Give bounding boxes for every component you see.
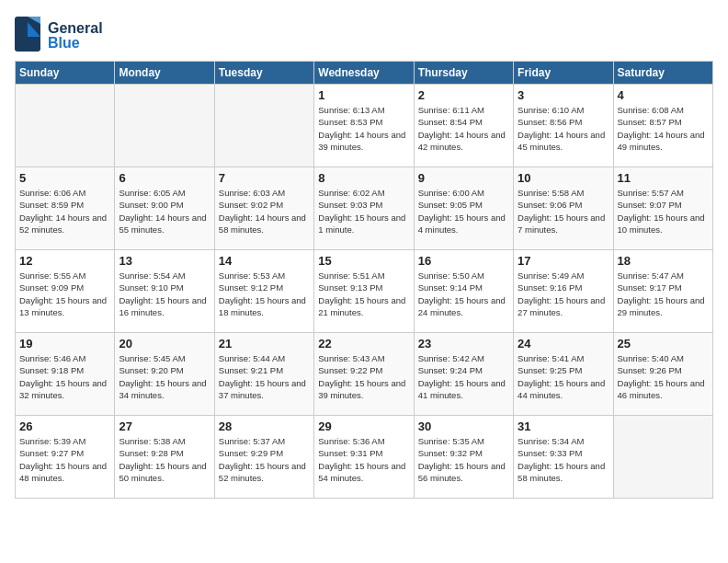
day-number: 21 <box>219 337 310 350</box>
day-number: 6 <box>119 171 210 185</box>
cell-info: Sunrise: 6:05 AMSunset: 9:00 PMDaylight:… <box>119 187 210 236</box>
cell-info: Sunrise: 6:03 AMSunset: 9:02 PMDaylight:… <box>219 187 310 236</box>
weekday-header-friday: Friday <box>514 62 613 85</box>
calendar-cell: 24Sunrise: 5:41 AMSunset: 9:25 PMDayligh… <box>514 333 613 416</box>
page-header: General Blue <box>15 15 713 53</box>
cell-info: Sunrise: 5:53 AMSunset: 9:12 PMDaylight:… <box>219 270 310 318</box>
cell-info: Sunrise: 5:37 AMSunset: 9:29 PMDaylight:… <box>219 435 310 484</box>
calendar-cell: 14Sunrise: 5:53 AMSunset: 9:12 PMDayligh… <box>214 250 313 333</box>
day-number: 19 <box>19 337 110 350</box>
calendar-cell: 15Sunrise: 5:51 AMSunset: 9:13 PMDayligh… <box>314 250 414 333</box>
calendar-cell: 1Sunrise: 6:13 AMSunset: 8:53 PMDaylight… <box>314 85 414 167</box>
day-number: 11 <box>618 171 709 185</box>
weekday-header-thursday: Thursday <box>414 62 513 85</box>
cell-info: Sunrise: 5:49 AMSunset: 9:16 PMDaylight:… <box>518 270 609 318</box>
day-number: 30 <box>418 419 509 433</box>
weekday-header-row: SundayMondayTuesdayWednesdayThursdayFrid… <box>16 62 713 85</box>
week-row-3: 12Sunrise: 5:55 AMSunset: 9:09 PMDayligh… <box>16 250 713 333</box>
day-number: 13 <box>119 254 210 268</box>
calendar-cell: 27Sunrise: 5:38 AMSunset: 9:28 PMDayligh… <box>115 416 214 499</box>
cell-info: Sunrise: 5:36 AMSunset: 9:31 PMDaylight:… <box>318 435 409 484</box>
calendar-cell: 20Sunrise: 5:45 AMSunset: 9:20 PMDayligh… <box>115 333 214 416</box>
day-number: 24 <box>518 337 609 350</box>
cell-info: Sunrise: 5:46 AMSunset: 9:18 PMDaylight:… <box>19 352 110 401</box>
cell-info: Sunrise: 5:47 AMSunset: 9:17 PMDaylight:… <box>618 270 709 318</box>
calendar-cell: 25Sunrise: 5:40 AMSunset: 9:26 PMDayligh… <box>613 333 712 416</box>
cell-info: Sunrise: 6:06 AMSunset: 8:59 PMDaylight:… <box>19 187 110 236</box>
cell-info: Sunrise: 5:39 AMSunset: 9:27 PMDaylight:… <box>19 435 110 484</box>
day-number: 10 <box>518 171 609 185</box>
cell-info: Sunrise: 6:13 AMSunset: 8:53 PMDaylight:… <box>318 104 409 153</box>
day-number: 28 <box>219 419 310 433</box>
day-number: 5 <box>19 171 110 185</box>
day-number: 26 <box>19 419 110 433</box>
cell-info: Sunrise: 5:34 AMSunset: 9:33 PMDaylight:… <box>518 435 609 484</box>
cell-info: Sunrise: 5:50 AMSunset: 9:14 PMDaylight:… <box>418 270 509 318</box>
calendar-cell <box>16 85 115 167</box>
calendar-cell: 22Sunrise: 5:43 AMSunset: 9:22 PMDayligh… <box>314 333 414 416</box>
calendar-cell: 4Sunrise: 6:08 AMSunset: 8:57 PMDaylight… <box>613 85 712 167</box>
logo: General Blue <box>15 15 125 53</box>
calendar-cell: 3Sunrise: 6:10 AMSunset: 8:56 PMDaylight… <box>514 85 613 167</box>
week-row-5: 26Sunrise: 5:39 AMSunset: 9:27 PMDayligh… <box>16 416 713 499</box>
week-row-1: 1Sunrise: 6:13 AMSunset: 8:53 PMDaylight… <box>16 85 713 167</box>
day-number: 20 <box>119 337 210 350</box>
calendar-cell: 31Sunrise: 5:34 AMSunset: 9:33 PMDayligh… <box>514 416 613 499</box>
calendar-cell: 26Sunrise: 5:39 AMSunset: 9:27 PMDayligh… <box>16 416 115 499</box>
calendar-cell: 23Sunrise: 5:42 AMSunset: 9:24 PMDayligh… <box>414 333 513 416</box>
calendar-cell: 16Sunrise: 5:50 AMSunset: 9:14 PMDayligh… <box>414 250 513 333</box>
calendar-cell: 21Sunrise: 5:44 AMSunset: 9:21 PMDayligh… <box>214 333 313 416</box>
day-number: 31 <box>518 419 609 433</box>
cell-info: Sunrise: 5:55 AMSunset: 9:09 PMDaylight:… <box>19 270 110 318</box>
cell-info: Sunrise: 6:11 AMSunset: 8:54 PMDaylight:… <box>418 104 509 153</box>
cell-info: Sunrise: 6:10 AMSunset: 8:56 PMDaylight:… <box>518 104 609 153</box>
day-number: 14 <box>219 254 310 268</box>
cell-info: Sunrise: 5:38 AMSunset: 9:28 PMDaylight:… <box>119 435 210 484</box>
cell-info: Sunrise: 6:00 AMSunset: 9:05 PMDaylight:… <box>418 187 509 236</box>
weekday-header-monday: Monday <box>115 62 214 85</box>
cell-info: Sunrise: 5:35 AMSunset: 9:32 PMDaylight:… <box>418 435 509 484</box>
day-number: 25 <box>618 337 709 350</box>
svg-text:Blue: Blue <box>48 35 80 51</box>
calendar-cell: 2Sunrise: 6:11 AMSunset: 8:54 PMDaylight… <box>414 85 513 167</box>
weekday-header-saturday: Saturday <box>613 62 712 85</box>
day-number: 12 <box>19 254 110 268</box>
calendar-cell: 13Sunrise: 5:54 AMSunset: 9:10 PMDayligh… <box>115 250 214 333</box>
cell-info: Sunrise: 5:44 AMSunset: 9:21 PMDaylight:… <box>219 352 310 401</box>
calendar-cell: 10Sunrise: 5:58 AMSunset: 9:06 PMDayligh… <box>514 167 613 250</box>
week-row-4: 19Sunrise: 5:46 AMSunset: 9:18 PMDayligh… <box>16 333 713 416</box>
calendar-table: SundayMondayTuesdayWednesdayThursdayFrid… <box>15 61 713 499</box>
cell-info: Sunrise: 5:40 AMSunset: 9:26 PMDaylight:… <box>618 352 709 401</box>
cell-info: Sunrise: 5:57 AMSunset: 9:07 PMDaylight:… <box>618 187 709 236</box>
calendar-cell <box>214 85 313 167</box>
day-number: 18 <box>618 254 709 268</box>
day-number: 7 <box>219 171 310 185</box>
day-number: 4 <box>618 88 709 102</box>
day-number: 9 <box>418 171 509 185</box>
day-number: 3 <box>518 88 609 102</box>
calendar-cell: 29Sunrise: 5:36 AMSunset: 9:31 PMDayligh… <box>314 416 414 499</box>
cell-info: Sunrise: 5:51 AMSunset: 9:13 PMDaylight:… <box>318 270 409 318</box>
day-number: 2 <box>418 88 509 102</box>
calendar-cell: 28Sunrise: 5:37 AMSunset: 9:29 PMDayligh… <box>214 416 313 499</box>
weekday-header-wednesday: Wednesday <box>314 62 414 85</box>
week-row-2: 5Sunrise: 6:06 AMSunset: 8:59 PMDaylight… <box>16 167 713 250</box>
cell-info: Sunrise: 5:42 AMSunset: 9:24 PMDaylight:… <box>418 352 509 401</box>
calendar-cell: 12Sunrise: 5:55 AMSunset: 9:09 PMDayligh… <box>16 250 115 333</box>
weekday-header-tuesday: Tuesday <box>214 62 313 85</box>
calendar-cell <box>613 416 712 499</box>
calendar-cell: 7Sunrise: 6:03 AMSunset: 9:02 PMDaylight… <box>214 167 313 250</box>
day-number: 22 <box>318 337 409 350</box>
calendar-cell: 18Sunrise: 5:47 AMSunset: 9:17 PMDayligh… <box>613 250 712 333</box>
cell-info: Sunrise: 5:43 AMSunset: 9:22 PMDaylight:… <box>318 352 409 401</box>
cell-info: Sunrise: 6:08 AMSunset: 8:57 PMDaylight:… <box>618 104 709 153</box>
day-number: 1 <box>318 88 409 102</box>
day-number: 27 <box>119 419 210 433</box>
calendar-cell: 19Sunrise: 5:46 AMSunset: 9:18 PMDayligh… <box>16 333 115 416</box>
day-number: 23 <box>418 337 509 350</box>
cell-info: Sunrise: 6:02 AMSunset: 9:03 PMDaylight:… <box>318 187 409 236</box>
day-number: 16 <box>418 254 509 268</box>
day-number: 29 <box>318 419 409 433</box>
calendar-cell: 17Sunrise: 5:49 AMSunset: 9:16 PMDayligh… <box>514 250 613 333</box>
day-number: 15 <box>318 254 409 268</box>
